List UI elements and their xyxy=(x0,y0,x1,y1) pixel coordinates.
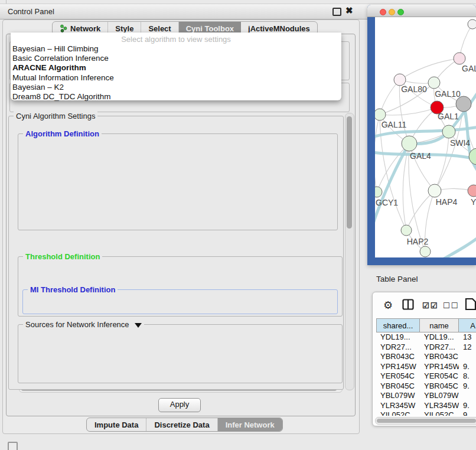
node-label: Y xyxy=(471,197,476,207)
close-icon[interactable]: ✖ xyxy=(345,5,353,16)
tab-infer-network[interactable]: Infer Network xyxy=(218,418,282,431)
node-label: SWI4 xyxy=(450,138,470,148)
network-edge[interactable] xyxy=(406,191,435,230)
dropdown-item[interactable]: Mutual Information Inference xyxy=(11,73,341,83)
table-cell xyxy=(459,352,476,362)
network-canvas[interactable]: GALGAL80GAL10GAL1GAL11SWI4GAL4GCY1HAP4YH… xyxy=(375,17,476,257)
table-row[interactable]: YBL079WYBL079W xyxy=(376,391,476,401)
table-cell: YBR045C xyxy=(420,381,459,392)
table-cell: YIL052C xyxy=(376,410,420,416)
algorithm-dropdown-popup: Select algorithm to view settings Bayesi… xyxy=(11,32,341,100)
network-edge[interactable] xyxy=(409,144,435,191)
dropdown-item[interactable]: Basic Correlation Inference xyxy=(11,54,341,63)
table-cell: YPR145W xyxy=(376,362,420,372)
table-row[interactable]: YLR345WYLR345W9. xyxy=(376,401,476,411)
panel-title: Control Panel xyxy=(8,7,54,16)
table-cell: YBL079W xyxy=(420,391,459,401)
node-label: GAL11 xyxy=(382,120,407,129)
dropdown-item[interactable]: ARACNE Algorithm xyxy=(11,63,341,73)
table-cell: YDR27... xyxy=(420,343,459,353)
table-cell: YBR043C xyxy=(376,352,420,362)
settings-vscrollbar[interactable] xyxy=(345,113,354,390)
table-cell: YER054C xyxy=(376,371,420,381)
node-label: GAL1 xyxy=(438,112,459,121)
node-label: HAP2 xyxy=(407,237,429,246)
table-row[interactable]: YPR145WYPR145W9. xyxy=(376,362,476,372)
network-node[interactable] xyxy=(401,225,412,236)
node-label: GAL10 xyxy=(435,89,461,99)
gear-icon[interactable]: ⚙ xyxy=(383,299,393,312)
table-cell: YBR045C xyxy=(376,381,420,392)
algorithm-definition-group: Algorithm Definition xyxy=(18,133,338,230)
table-row[interactable]: YDR27...YDR27...12 xyxy=(376,343,476,353)
column-header[interactable]: A xyxy=(459,318,476,332)
node-label: GAL4 xyxy=(410,151,431,161)
table-row[interactable]: YER054CYER054C8. xyxy=(376,371,476,381)
network-edge[interactable] xyxy=(403,144,409,230)
deselect-all-icon[interactable]: ☐☐ xyxy=(443,301,459,310)
dropdown-item[interactable]: Bayesian – Hill Climbing xyxy=(11,44,341,54)
node-label: GAL80 xyxy=(401,84,427,94)
splitter-tick xyxy=(6,0,6,4)
table-panel-window: ⚙ ☑☑ ☐☐ shared...nameA YDL19...YDL19...1… xyxy=(372,292,476,426)
close-traffic-icon[interactable] xyxy=(380,9,386,15)
minimized-panel-icon[interactable] xyxy=(8,442,18,450)
network-node[interactable] xyxy=(375,187,382,197)
table-row[interactable]: YBR043CYBR043C xyxy=(376,352,476,362)
network-node[interactable] xyxy=(428,184,441,197)
dropdown-item[interactable]: Bayesian – K2 xyxy=(11,83,341,92)
sources-group: Sources for Network Inference xyxy=(18,324,343,383)
network-node[interactable] xyxy=(454,53,465,64)
table-cell: 12 xyxy=(459,343,476,353)
table-cell: YDR27... xyxy=(376,343,420,353)
network-node[interactable] xyxy=(468,185,476,197)
dropdown-item[interactable]: Dream8 DC_TDC Algorithm xyxy=(11,92,341,102)
table-cell: YDL19... xyxy=(420,332,459,343)
minimize-traffic-icon[interactable] xyxy=(389,9,395,15)
table-cell: YBR043C xyxy=(420,352,459,362)
table-cell: 13 xyxy=(459,332,476,343)
apply-button[interactable]: Apply xyxy=(158,398,201,412)
sources-title[interactable]: Sources for Network Inference xyxy=(23,320,144,329)
threshold-definition-title: Threshold Definition xyxy=(23,252,102,261)
table-hscrollbar[interactable] xyxy=(375,417,476,425)
network-edge[interactable] xyxy=(400,58,459,80)
table-cell: YPR145W xyxy=(420,362,459,372)
network-node[interactable] xyxy=(402,136,417,151)
tab-discretize-data[interactable]: Discretize Data xyxy=(146,418,217,431)
network-window-titlebar xyxy=(367,5,476,17)
table-cell: YBL079W xyxy=(376,391,420,401)
mi-threshold-title: MI Threshold Definition xyxy=(28,285,118,294)
tab-impute-data[interactable]: Impute Data xyxy=(87,418,146,431)
network-node[interactable] xyxy=(375,109,386,120)
network-node[interactable] xyxy=(428,77,440,89)
network-view-window[interactable]: GALGAL80GAL10GAL1GAL11SWI4GAL4GCY1HAP4YH… xyxy=(367,5,476,265)
network-node[interactable] xyxy=(468,19,476,29)
table-row[interactable]: YDL19...YDL19...13 xyxy=(376,332,476,343)
network-node[interactable] xyxy=(394,74,406,86)
column-header[interactable]: name xyxy=(420,318,459,332)
table-cell: 8. xyxy=(459,371,476,381)
table-row[interactable]: YBR045CYBR045C9. xyxy=(376,381,476,392)
table-cell: YER054C xyxy=(420,371,459,381)
network-edge-thick[interactable] xyxy=(443,234,476,257)
node-label: GAL xyxy=(462,64,476,73)
table-body: YDL19...YDL19...13YDR27...YDR27...12YBR0… xyxy=(376,332,476,416)
table-row[interactable]: YIL052CYIL052C9 xyxy=(376,410,476,416)
zoom-traffic-icon[interactable] xyxy=(397,9,404,15)
table-header: shared...nameA xyxy=(376,318,476,332)
new-table-icon[interactable] xyxy=(465,298,476,311)
table-cell: YDL19... xyxy=(376,332,420,343)
network-node[interactable] xyxy=(420,246,431,257)
float-window-icon[interactable] xyxy=(332,8,341,16)
column-header[interactable]: shared... xyxy=(376,318,420,332)
select-all-icon[interactable]: ☑☑ xyxy=(422,301,438,310)
column-layout-icon[interactable] xyxy=(402,299,414,310)
network-node[interactable] xyxy=(442,125,455,138)
table-panel-title: Table Panel xyxy=(376,275,418,283)
network-graph: GALGAL80GAL10GAL1GAL11SWI4GAL4GCY1HAP4YH… xyxy=(375,17,476,257)
table-cell: YIL052C xyxy=(420,410,459,416)
node-label: GCY1 xyxy=(376,198,398,207)
settings-group-title: Cyni Algorithm Settings xyxy=(14,112,97,120)
table-cell: 9. xyxy=(459,362,476,372)
